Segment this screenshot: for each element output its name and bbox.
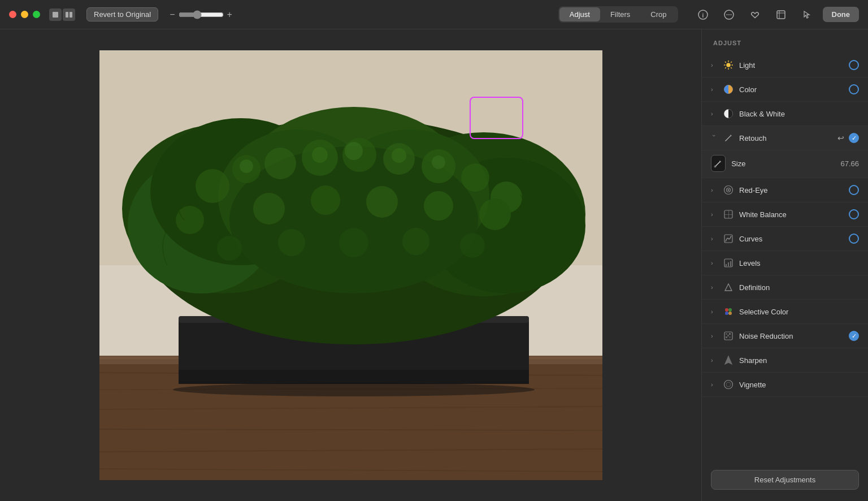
fullscreen-icon-button[interactable] <box>772 6 790 24</box>
adjust-item-noise[interactable]: › Noise Reduction ✓ <box>702 324 868 348</box>
adjust-item-redeye[interactable]: › Red-Eye <box>702 178 868 202</box>
svg-rect-82 <box>730 261 731 266</box>
svg-point-83 <box>725 308 728 312</box>
svg-rect-2 <box>70 12 72 18</box>
adjust-item-levels[interactable]: › Levels <box>702 251 868 275</box>
chevron-right-icon: › <box>711 62 718 68</box>
light-label: Light <box>739 61 849 70</box>
zoom-slider[interactable] <box>179 10 224 19</box>
chevron-right-icon: › <box>711 211 718 218</box>
size-label: Size <box>731 159 745 168</box>
right-panel: ADJUST › Light › <box>701 29 868 501</box>
tab-crop[interactable]: Crop <box>640 7 676 21</box>
redeye-label: Red-Eye <box>739 186 849 195</box>
zoom-out-button[interactable]: − <box>170 10 175 20</box>
retouch-sub-panel: Size 67.66 <box>702 150 868 178</box>
svg-rect-0 <box>53 12 58 18</box>
adjust-item-vignette[interactable]: › Vignette <box>702 373 868 397</box>
chevron-right-icon: › <box>711 381 718 388</box>
minimize-button[interactable] <box>21 11 28 18</box>
definition-label: Definition <box>739 283 849 292</box>
svg-point-86 <box>728 312 732 315</box>
tab-adjust[interactable]: Adjust <box>559 7 600 21</box>
more-options-icon-button[interactable] <box>720 6 738 24</box>
svg-point-45 <box>253 193 285 224</box>
svg-point-44 <box>176 206 204 234</box>
light-indicator <box>849 60 859 70</box>
svg-point-35 <box>196 169 229 203</box>
svg-line-66 <box>731 67 732 68</box>
chevron-right-icon: › <box>711 308 718 315</box>
wb-icon <box>722 208 735 221</box>
svg-point-51 <box>278 229 305 256</box>
chevron-right-icon: › <box>711 357 718 364</box>
traffic-lights <box>9 11 40 18</box>
sharpen-label: Sharpen <box>739 356 849 365</box>
svg-point-37 <box>264 148 296 179</box>
curves-icon <box>722 232 735 245</box>
adjust-item-definition[interactable]: › Definition <box>702 275 868 300</box>
favorite-icon-button[interactable] <box>746 6 764 24</box>
photo-container <box>99 50 602 480</box>
sharpen-icon <box>722 354 735 366</box>
adjust-item-wb[interactable]: › White Balance <box>702 202 868 227</box>
done-button[interactable]: Done <box>823 7 860 22</box>
tab-filters[interactable]: Filters <box>600 7 640 21</box>
color-icon <box>722 83 735 96</box>
cursor-icon-button[interactable] <box>798 6 816 24</box>
adjust-item-light[interactable]: › Light <box>702 53 868 77</box>
panel-header: ADJUST <box>702 29 868 53</box>
window-mode-split[interactable] <box>63 8 75 21</box>
svg-point-74 <box>728 189 730 191</box>
reset-adjustments-button[interactable]: Reset Adjustments <box>711 470 859 490</box>
vignette-icon <box>722 378 735 391</box>
svg-rect-92 <box>729 336 731 338</box>
adjust-item-curves[interactable]: › Curves <box>702 227 868 251</box>
svg-point-60 <box>727 63 731 67</box>
zoom-in-button[interactable]: + <box>227 10 232 20</box>
revert-button[interactable]: Revert to Original <box>86 7 158 21</box>
info-icon-button[interactable]: i <box>694 6 712 24</box>
svg-rect-9 <box>777 11 785 19</box>
svg-line-65 <box>725 62 726 63</box>
svg-rect-91 <box>726 336 727 338</box>
photo-area[interactable] <box>0 29 701 501</box>
retouch-size-control: Size 67.66 <box>731 159 859 168</box>
noise-label: Noise Reduction <box>739 332 849 340</box>
adjust-item-retouch[interactable]: › Retouch ↩ ✓ <box>702 126 868 150</box>
retouch-indicator: ✓ <box>849 133 859 143</box>
adjust-item-bw[interactable]: › Black & White <box>702 102 868 126</box>
light-icon <box>722 59 735 71</box>
svg-rect-88 <box>726 333 727 335</box>
svg-rect-80 <box>726 264 727 266</box>
curves-label: Curves <box>739 235 849 243</box>
levels-icon <box>722 257 735 269</box>
close-button[interactable] <box>9 11 16 18</box>
definition-icon <box>722 281 735 293</box>
levels-label: Levels <box>739 259 849 267</box>
svg-point-48 <box>424 191 453 221</box>
chevron-right-icon: › <box>711 260 718 266</box>
wb-indicator <box>849 209 859 219</box>
svg-point-49 <box>479 198 511 230</box>
chevron-right-icon: › <box>711 110 718 117</box>
fullscreen-button[interactable] <box>33 11 40 18</box>
svg-line-68 <box>725 67 726 68</box>
retouch-undo-icon[interactable]: ↩ <box>837 133 844 142</box>
svg-point-56 <box>312 147 328 163</box>
adjust-item-sharpen[interactable]: › Sharpen <box>702 348 868 373</box>
svg-point-93 <box>724 381 733 389</box>
svg-point-8 <box>730 14 731 15</box>
titlebar: Revert to Original − + Adjust Filters Cr… <box>0 0 868 29</box>
svg-point-42 <box>461 163 489 192</box>
tab-group: Adjust Filters Crop <box>558 6 678 23</box>
svg-text:i: i <box>702 12 704 18</box>
svg-point-54 <box>460 233 485 258</box>
chevron-right-icon: › <box>711 235 718 242</box>
adjust-item-color[interactable]: › Color <box>702 77 868 102</box>
adjust-item-selective[interactable]: › Selective Color <box>702 300 868 324</box>
retouch-brush-icon[interactable] <box>711 155 726 172</box>
redeye-icon <box>722 184 735 196</box>
chevron-right-icon: › <box>711 284 718 291</box>
window-mode-single[interactable] <box>49 8 62 21</box>
